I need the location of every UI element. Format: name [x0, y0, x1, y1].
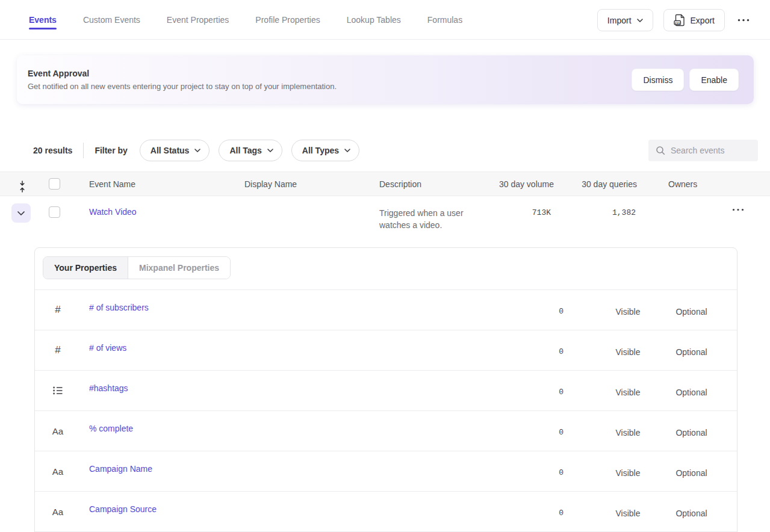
property-name-link[interactable]: # of views	[89, 343, 126, 353]
tab-your-properties[interactable]: Your Properties	[43, 257, 128, 279]
property-volume: 0	[511, 492, 564, 531]
tab-lookup-tables[interactable]: Lookup Tables	[347, 0, 401, 39]
property-requirement: Optional	[666, 492, 717, 531]
column-30-day-volume: 30 day volume	[458, 172, 554, 196]
list-type-icon	[49, 371, 66, 410]
property-volume: 0	[511, 371, 564, 410]
number-type-icon: #	[49, 290, 66, 330]
row-more-button[interactable]	[730, 206, 747, 214]
table-header: Event Name Display Name Description 30 d…	[0, 172, 770, 196]
ellipsis-icon	[732, 208, 744, 211]
collapse-row-button[interactable]	[11, 203, 31, 223]
properties-tabs: Your Properties Mixpanel Properties	[43, 256, 231, 279]
property-row: Aa Campaign Source 0 Visible Optional	[35, 492, 737, 532]
property-visibility: Visible	[607, 330, 649, 370]
event-approval-banner: Event Approval Get notified on all new e…	[17, 55, 754, 104]
column-30-day-queries: 30 day queries	[541, 172, 637, 196]
export-button[interactable]: csv Export	[663, 9, 725, 31]
column-owners: Owners	[668, 172, 697, 196]
csv-file-icon: csv	[674, 14, 685, 26]
chevron-down-icon	[194, 149, 200, 152]
vertical-divider	[83, 143, 84, 158]
collapse-all-icon[interactable]	[16, 178, 28, 195]
property-volume: 0	[511, 330, 564, 370]
property-row: # # of subscribers 0 Visible Optional	[35, 290, 737, 330]
lexicon-events-page: Events Custom Events Event Properties Pr…	[0, 0, 770, 532]
property-visibility: Visible	[607, 371, 649, 410]
banner-actions: Dismiss Enable	[632, 69, 739, 91]
tab-mixpanel-properties[interactable]: Mixpanel Properties	[128, 257, 230, 279]
nav-actions: Import csv Export	[597, 9, 752, 31]
property-name-link[interactable]: # of subscribers	[89, 303, 149, 312]
property-name-link[interactable]: Campaign Name	[89, 464, 152, 474]
top-nav: Events Custom Events Event Properties Pr…	[0, 0, 770, 40]
ellipsis-icon	[737, 19, 750, 22]
column-event-name: Event Name	[89, 172, 135, 196]
enable-button[interactable]: Enable	[689, 69, 739, 91]
text-type-icon: Aa	[49, 411, 66, 451]
property-requirement: Optional	[666, 371, 717, 410]
event-30-day-queries: 1,382	[542, 196, 636, 229]
property-name-link[interactable]: #hashtags	[89, 383, 128, 393]
property-row: Aa % complete 0 Visible Optional	[35, 411, 737, 451]
property-name-link[interactable]: % complete	[89, 424, 133, 433]
properties-panel: Your Properties Mixpanel Properties # # …	[34, 247, 737, 532]
tab-formulas[interactable]: Formulas	[427, 0, 462, 39]
status-filter-dropdown[interactable]: All Status	[140, 140, 210, 161]
search-icon	[656, 146, 665, 155]
chevron-down-icon	[17, 211, 25, 215]
search-box	[648, 140, 758, 161]
property-volume: 0	[511, 411, 564, 451]
chevron-down-icon	[344, 149, 350, 152]
property-row: # # of views 0 Visible Optional	[35, 330, 737, 371]
more-options-button[interactable]	[735, 16, 752, 24]
filter-toolbar: 20 results Filter by All Status All Tags…	[33, 140, 368, 161]
tab-events[interactable]: Events	[29, 0, 57, 39]
property-row: #hashtags 0 Visible Optional	[35, 371, 737, 411]
number-type-icon: #	[49, 330, 66, 370]
property-requirement: Optional	[666, 290, 717, 330]
column-description: Description	[379, 172, 421, 196]
property-volume: 0	[511, 290, 564, 330]
import-button[interactable]: Import	[597, 9, 653, 31]
event-name-link[interactable]: Watch Video	[89, 207, 137, 217]
row-checkbox[interactable]	[49, 206, 60, 218]
select-all-checkbox[interactable]	[49, 178, 60, 190]
property-volume: 0	[511, 451, 564, 491]
results-count: 20 results	[33, 146, 72, 155]
banner-description: Get notified on all new events entering …	[28, 82, 337, 91]
property-row: Aa Campaign Name 0 Visible Optional	[35, 451, 737, 492]
chevron-down-icon	[267, 149, 273, 152]
property-visibility: Visible	[607, 492, 649, 531]
column-display-name: Display Name	[244, 172, 297, 196]
svg-text:csv: csv	[674, 21, 680, 25]
banner-title: Event Approval	[28, 69, 337, 78]
text-type-icon: Aa	[49, 451, 66, 491]
property-name-link[interactable]: Campaign Source	[89, 504, 157, 514]
filter-by-label: Filter by	[95, 146, 127, 155]
text-type-icon: Aa	[49, 492, 66, 531]
event-30-day-volume: 713K	[458, 196, 551, 229]
property-visibility: Visible	[607, 411, 649, 451]
banner-text: Event Approval Get notified on all new e…	[28, 69, 337, 91]
property-requirement: Optional	[666, 451, 717, 491]
property-visibility: Visible	[607, 451, 649, 491]
dismiss-button[interactable]: Dismiss	[632, 69, 684, 91]
tags-filter-dropdown[interactable]: All Tags	[219, 140, 282, 161]
event-row: Watch Video Triggered when a user watche…	[0, 196, 770, 247]
types-filter-dropdown[interactable]: All Types	[291, 140, 359, 161]
tab-profile-properties[interactable]: Profile Properties	[255, 0, 320, 39]
property-visibility: Visible	[607, 290, 649, 330]
search-input[interactable]	[671, 146, 751, 155]
tab-event-properties[interactable]: Event Properties	[167, 0, 229, 39]
tab-custom-events[interactable]: Custom Events	[83, 0, 140, 39]
chevron-down-icon	[637, 19, 643, 22]
property-requirement: Optional	[666, 330, 717, 370]
property-requirement: Optional	[666, 411, 717, 451]
